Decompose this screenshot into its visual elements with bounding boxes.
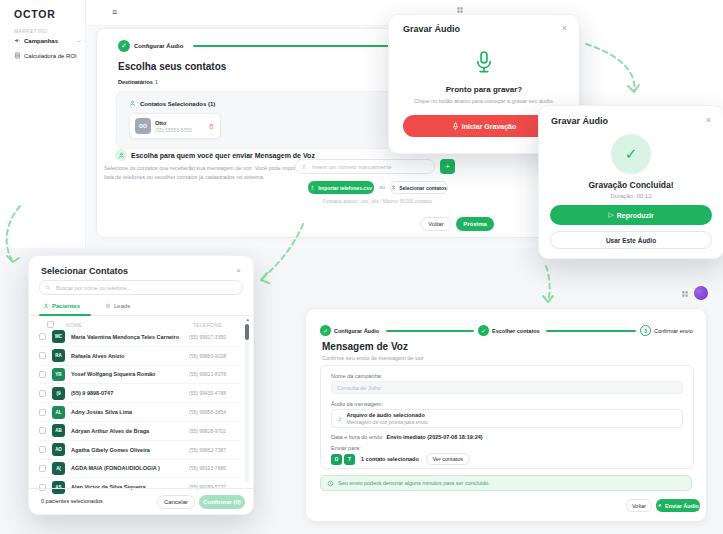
people-icon [43, 303, 49, 309]
modal-footer: 0 pacientes selecionados Cancelar Confir… [29, 488, 253, 515]
row-checkbox[interactable] [39, 390, 46, 397]
sidebar-item-calculadora-roi[interactable]: Calculadora de ROI [14, 52, 82, 59]
play-button[interactable]: ▷ Reproduzir [550, 205, 712, 225]
scroll-up-icon[interactable]: ▴ [246, 316, 249, 322]
send-audio-button[interactable]: Enviar Áudio [656, 499, 700, 512]
row-checkbox[interactable] [39, 409, 46, 416]
back-button[interactable]: Voltar [420, 217, 452, 231]
table-row[interactable]: MC Maria Valentina Mendonça Teles Carnei… [39, 328, 241, 347]
step3-label: Confirmar envio [654, 328, 693, 334]
active-tab-underline [39, 314, 91, 316]
close-icon[interactable]: × [706, 116, 711, 125]
step1-label: Configurar Áudio [134, 43, 183, 49]
clock-icon [327, 480, 334, 487]
contact-name: Maria Valentina Mendonça Teles Carneiro [71, 334, 183, 340]
scrollbar-thumb[interactable] [245, 324, 249, 340]
contact-name: Adny Josias Silva Lima [71, 409, 183, 415]
table-row[interactable]: A( AGDA MAIA (FONOAUDIOLOGIA ) (55) 9812… [39, 460, 241, 479]
audio-message-label: Áudio da mensagem: [331, 401, 383, 407]
user-avatar[interactable] [694, 286, 708, 300]
row-checkbox[interactable] [39, 371, 46, 378]
modal-title: Selecionar Contatos [41, 266, 128, 276]
search-icon [45, 285, 51, 291]
menu-hamburger-icon[interactable]: ≡ [112, 7, 117, 17]
table-row[interactable]: RA Rafaela Alves Anízio (55) 99883-9028 [39, 347, 241, 366]
tab-pacientes[interactable]: Pacientes [43, 303, 80, 309]
grid-apps-icon[interactable] [681, 290, 689, 298]
row-checkbox[interactable] [39, 465, 46, 472]
close-icon[interactable]: × [562, 24, 567, 33]
choose-section-title: Escolha para quem você quer enviar Mensa… [131, 152, 315, 159]
upload-icon [310, 185, 315, 190]
check-icon: ✓ [121, 42, 127, 50]
import-phones-button[interactable]: Importar telefones.csv [308, 181, 374, 194]
step3-circle: 3 [640, 325, 651, 336]
chevron-down-icon [76, 38, 82, 44]
play-label: Reproduzir [617, 212, 654, 219]
select-contacts-modal: Selecionar Contatos × Pacientes Leads NO… [28, 255, 254, 515]
ready-heading: Pronto para gravar? [389, 85, 579, 94]
megaphone-icon [14, 37, 21, 44]
use-audio-button[interactable]: Usar Este Áudio [550, 231, 712, 249]
music-note-icon: ♪ [338, 415, 342, 422]
app-logo: OCTOR [14, 8, 56, 20]
contact-phone: (55) 99883-9028 [189, 353, 241, 359]
back-button[interactable]: Voltar [626, 499, 652, 512]
campaign-name-input[interactable] [331, 381, 683, 394]
audio-file-status: Mensagem de voz pronta para envio [347, 419, 428, 425]
select-contacts-button[interactable]: Selecionar contatos [390, 181, 448, 194]
row-checkbox[interactable] [39, 333, 46, 340]
contact-phone: (55) 99917-3350 [189, 334, 241, 340]
avatar: RA [52, 349, 65, 362]
scrollbar-track[interactable] [245, 324, 249, 482]
choose-desc-line1: Selecione os contatos que receberão sua … [104, 165, 315, 171]
page-title: Escolha seus contatos [118, 61, 226, 72]
row-checkbox[interactable] [39, 446, 46, 453]
send-icon [657, 503, 662, 508]
send-datetime-value: Envio imediato (2025-07-08 18:19:24) [387, 434, 483, 440]
manual-number-inputbox [295, 159, 435, 174]
step1-circle: ✓ [118, 40, 130, 52]
table-row[interactable]: AO Agatha Gibely Gomes Oliveira (55) 998… [39, 441, 241, 460]
table-row[interactable]: AB Adryan Arthur Alves de Braga (55) 998… [39, 422, 241, 441]
accepted-formats-note: Formatos aceitos: .csv, .xlsx | Máximo 5… [298, 199, 458, 204]
view-contacts-button[interactable]: Ver contatos [426, 453, 470, 465]
select-all-checkbox[interactable] [47, 321, 54, 328]
row-checkbox[interactable] [39, 427, 46, 434]
cancel-button[interactable]: Cancelar [157, 495, 195, 509]
step1-circle: ✓ [320, 325, 331, 336]
stepper-line [546, 330, 636, 332]
recipients-line: Destinatários 1 [118, 79, 158, 85]
close-icon[interactable]: × [236, 266, 241, 275]
table-row[interactable]: YR Yosef Wolfgang Siqueira Romão (55) 99… [39, 366, 241, 385]
contact-search-input[interactable] [54, 284, 237, 292]
send-audio-label: Enviar Áudio [665, 503, 699, 509]
avatar: A( [52, 462, 65, 475]
tab-leads[interactable]: Leads [105, 303, 130, 309]
recipient-avatar: O [331, 454, 342, 465]
add-number-button[interactable]: + [440, 159, 455, 174]
manual-number-input[interactable] [310, 163, 429, 171]
sidebar-item-campanhas[interactable]: Campanhas [14, 37, 82, 44]
screenshot-canvas: OCTOR MARKETING Campanhas Calculadora de… [0, 0, 723, 534]
grid-apps-icon[interactable] [456, 6, 464, 14]
or-label: ou [379, 184, 385, 190]
step3-number: 3 [644, 328, 647, 334]
avatar: (9 [52, 387, 65, 400]
selected-box-title: Contatos Selecionados (1) [140, 101, 215, 107]
table-row[interactable]: (9 (55) 9 9898-0747 (55) 99430-4788 [39, 384, 241, 403]
contacts-table: MC Maria Valentina Mendonça Teles Carnei… [39, 328, 241, 496]
modal-title: Gravar Áudio [551, 116, 608, 126]
table-row[interactable]: AL Adny Josias Silva Lima (55) 99958-385… [39, 403, 241, 422]
send-datetime-label: Data e hora do envio: [331, 434, 384, 440]
contact-name: Agatha Gibely Gomes Oliveira [71, 447, 183, 453]
next-button[interactable]: Próxima [456, 217, 494, 231]
person-icon [391, 185, 396, 190]
check-icon: ✓ [625, 145, 638, 163]
campaign-name-label: Nome da campanha: [331, 373, 382, 379]
recipients-label: Destinatários [118, 79, 153, 85]
confirm-button[interactable]: Confirmar (0) [199, 495, 245, 509]
trash-icon[interactable] [208, 123, 215, 130]
avatar: AL [52, 406, 65, 419]
row-checkbox[interactable] [39, 352, 46, 359]
